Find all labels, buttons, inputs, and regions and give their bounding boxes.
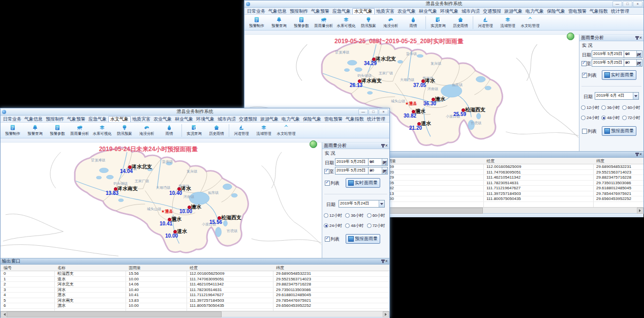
menu-tab-环境气象[interactable]: 环境气象: [439, 9, 460, 14]
toolbar-button-水库可视化[interactable]: 水库可视化: [335, 16, 357, 28]
toolbar-button-历史雨情[interactable]: 历史雨情: [205, 124, 228, 136]
duration-radio-72小时[interactable]: 72小时: [367, 223, 388, 228]
forecast-areal-rain-button[interactable]: 预报面雨量: [602, 126, 636, 136]
duration-radio-36小时[interactable]: 36小时: [345, 213, 366, 218]
menu-tab-水文气象[interactable]: 水文气象: [108, 116, 131, 122]
menu-tab-日常业务[interactable]: 日常业务: [246, 9, 267, 14]
menu-tab-交通预报[interactable]: 交通预报: [237, 117, 259, 122]
list-checkbox-forecast[interactable]: [582, 129, 587, 134]
menu-tab-气象预警[interactable]: 气象预警: [66, 117, 87, 122]
toolbar-button-水文站管理[interactable]: 水文站管理: [519, 16, 541, 28]
menu-tab-地质灾害[interactable]: 地质灾害: [375, 9, 396, 14]
toolbar-button-流域管理[interactable]: 流域管理: [253, 124, 275, 136]
duration-radio-72小时[interactable]: 72小时: [622, 115, 642, 121]
toolbar-button-实况查询[interactable]: 实况查询: [183, 124, 205, 136]
panel-close-icon[interactable]: ×: [385, 259, 388, 264]
scroll-right-arrow[interactable]: [637, 208, 643, 214]
menu-tab-雷电预警[interactable]: 雷电预警: [567, 9, 588, 14]
toolbar-button-水文站管理[interactable]: 水文站管理: [275, 124, 297, 136]
toolbar-button-预警查询[interactable]: 预警查询: [24, 124, 46, 136]
toolbar-button-水库可视化[interactable]: 水库可视化: [91, 124, 113, 136]
horizontal-scrollbar[interactable]: [1, 311, 389, 317]
minimize-button[interactable]: —: [358, 109, 368, 115]
minimize-button[interactable]: —: [612, 1, 622, 7]
toolbar-button-雨情[interactable]: 雨情: [402, 16, 424, 28]
menu-tab-统计管理[interactable]: 统计管理: [609, 9, 631, 14]
toolbar-button-预警参数[interactable]: 预警参数: [290, 16, 313, 28]
pin-icon[interactable]: [636, 153, 638, 156]
menu-tab-统计管理[interactable]: 统计管理: [365, 117, 387, 122]
duration-radio-12小时[interactable]: 12小时: [324, 213, 345, 218]
menu-tab-预报制作[interactable]: 预报制作: [288, 9, 310, 14]
toolbar-button-面雨量分析[interactable]: 面雨量分析: [69, 124, 91, 136]
panel-close-icon[interactable]: ×: [639, 152, 642, 157]
menu-tab-林业气象[interactable]: 林业气象: [417, 9, 439, 14]
pin-icon[interactable]: [636, 36, 638, 40]
menu-tab-城市内涝[interactable]: 城市内涝: [460, 9, 481, 14]
scrollbar-thumb[interactable]: [7, 311, 222, 317]
map-refresh-button[interactable]: [567, 33, 574, 40]
duration-radio-24小时[interactable]: 24小时: [581, 115, 601, 121]
menu-tab-保险气象[interactable]: 保险气象: [545, 9, 567, 14]
duration-radio-24小时[interactable]: 24小时: [324, 223, 345, 228]
duration-radio-60小时[interactable]: 60小时: [622, 105, 642, 110]
menu-tab-气象预警[interactable]: 气象预警: [310, 9, 331, 14]
live-areal-rain-button[interactable]: 实时面雨量: [346, 178, 380, 188]
toolbar-button-雨情[interactable]: 雨情: [158, 124, 180, 136]
list-checkbox-live[interactable]: [582, 73, 587, 78]
toolbar-button-预警制作[interactable]: 预警制作: [246, 16, 268, 28]
menu-tab-农业气象[interactable]: 农业气象: [396, 9, 417, 14]
maximize-button[interactable]: □: [369, 109, 378, 115]
live-areal-rain-button[interactable]: 实时面雨量: [602, 70, 636, 80]
to-checkbox[interactable]: [324, 169, 329, 174]
menu-tab-日常业务[interactable]: 日常业务: [2, 117, 23, 122]
duration-radio-48小时[interactable]: 48小时: [345, 223, 366, 228]
menu-tab-城市内涝[interactable]: 城市内涝: [216, 117, 237, 122]
toolbar-button-河道管理[interactable]: 河道管理: [474, 16, 497, 28]
forecast-date-combo[interactable]: 2019年 5月24日: [339, 200, 385, 208]
duration-radio-36小时[interactable]: 36小时: [601, 105, 622, 110]
toolbar-button-淹没分析[interactable]: 淹没分析: [136, 124, 158, 136]
title-bar[interactable]: 澧县业务制作系统 — □ ×: [244, 1, 643, 8]
table-row[interactable]: 6澹水10.00111.80057505043529.6560453952252: [1, 303, 389, 309]
duration-radio-12小时[interactable]: 12小时: [581, 105, 601, 110]
menu-tab-农业气象[interactable]: 农业气象: [152, 117, 173, 122]
menu-tab-保险气象[interactable]: 保险气象: [301, 117, 323, 122]
table-row[interactable]: 3涔水10.40111.7823051463129.7350113503086: [1, 287, 389, 293]
list-checkbox-forecast[interactable]: [325, 237, 330, 242]
duration-radio-48小时[interactable]: 48小时: [601, 115, 622, 121]
menu-tab-应急气象[interactable]: 应急气象: [331, 9, 352, 14]
menu-tab-电力气象[interactable]: 电力气象: [280, 117, 301, 122]
toolbar-button-面雨量分析[interactable]: 面雨量分析: [313, 16, 335, 28]
toolbar-button-防汛预案[interactable]: 防汛预案: [357, 16, 380, 28]
to-checkbox[interactable]: [581, 61, 587, 66]
menu-tab-水文气象[interactable]: 水文气象: [352, 8, 375, 14]
table-row[interactable]: 1道水10.00111.74706309505129.5521563714023: [1, 277, 389, 282]
forecast-date-combo[interactable]: 2019年 6月 4日: [595, 92, 639, 100]
menu-tab-环境气象[interactable]: 环境气象: [195, 117, 216, 122]
menu-tab-应急气象[interactable]: 应急气象: [87, 117, 108, 122]
menu-tab-气象指数[interactable]: 气象指数: [344, 117, 365, 122]
menu-tab-旅游气象[interactable]: 旅游气象: [503, 9, 524, 14]
toolbar-button-预警参数[interactable]: 预警参数: [46, 124, 69, 136]
duration-radio-60小时[interactable]: 60小时: [367, 213, 388, 218]
output-table[interactable]: 0松滋西支15.56112.00160562500929.68905485322…: [1, 271, 389, 311]
pin-icon[interactable]: [382, 259, 384, 263]
close-button[interactable]: ×: [633, 1, 642, 7]
toolbar-button-预警制作[interactable]: 预警制作: [2, 124, 24, 136]
menu-tab-气象信息[interactable]: 气象信息: [267, 9, 288, 14]
list-checkbox-live[interactable]: [325, 181, 330, 186]
menu-tab-雷电预警[interactable]: 雷电预警: [323, 117, 344, 122]
toolbar-button-实况查询[interactable]: 实况查询: [427, 16, 449, 28]
map-refresh-button[interactable]: [310, 140, 317, 148]
toolbar-button-河道管理[interactable]: 河道管理: [230, 124, 253, 136]
toolbar-button-淹没分析[interactable]: 淹没分析: [380, 16, 402, 28]
menu-tab-地质灾害[interactable]: 地质灾害: [131, 117, 152, 122]
menu-tab-交通预报[interactable]: 交通预报: [481, 9, 503, 14]
menu-tab-气象指数[interactable]: 气象指数: [588, 9, 609, 14]
toolbar-button-预警查询[interactable]: 预警查询: [268, 16, 290, 28]
toolbar-button-防汛预案[interactable]: 防汛预案: [113, 124, 136, 136]
toolbar-button-流域管理[interactable]: 流域管理: [497, 16, 519, 28]
menu-tab-电力气象[interactable]: 电力气象: [524, 9, 545, 14]
maximize-button[interactable]: □: [623, 1, 632, 7]
